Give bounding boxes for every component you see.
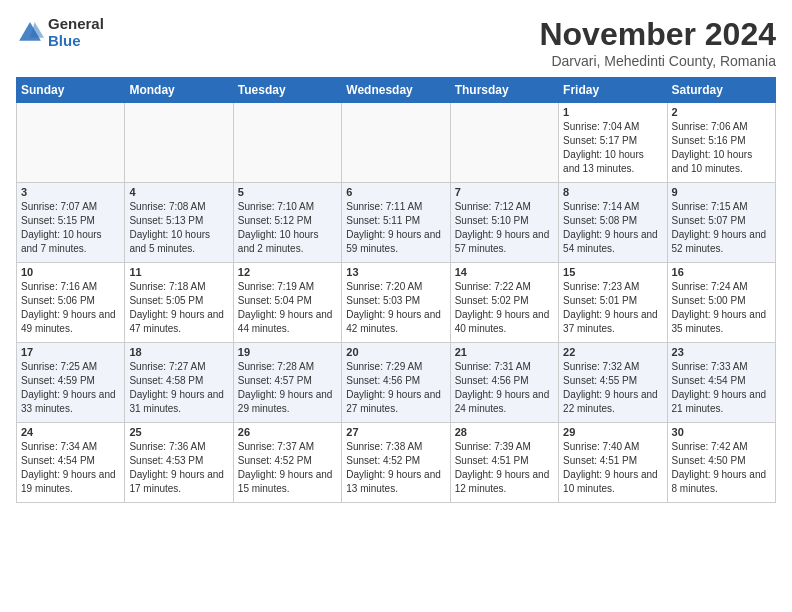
day-number: 1 bbox=[563, 106, 662, 118]
logo-text: General Blue bbox=[48, 16, 104, 49]
logo: General Blue bbox=[16, 16, 104, 49]
calendar-cell: 2Sunrise: 7:06 AMSunset: 5:16 PMDaylight… bbox=[667, 103, 775, 183]
day-number: 22 bbox=[563, 346, 662, 358]
day-number: 16 bbox=[672, 266, 771, 278]
day-number: 8 bbox=[563, 186, 662, 198]
day-number: 18 bbox=[129, 346, 228, 358]
day-number: 21 bbox=[455, 346, 554, 358]
day-info: Sunrise: 7:23 AMSunset: 5:01 PMDaylight:… bbox=[563, 280, 662, 336]
calendar-body: 1Sunrise: 7:04 AMSunset: 5:17 PMDaylight… bbox=[17, 103, 776, 503]
calendar-week-5: 24Sunrise: 7:34 AMSunset: 4:54 PMDayligh… bbox=[17, 423, 776, 503]
calendar-table: Sunday Monday Tuesday Wednesday Thursday… bbox=[16, 77, 776, 503]
day-number: 6 bbox=[346, 186, 445, 198]
calendar-cell: 7Sunrise: 7:12 AMSunset: 5:10 PMDaylight… bbox=[450, 183, 558, 263]
calendar-week-4: 17Sunrise: 7:25 AMSunset: 4:59 PMDayligh… bbox=[17, 343, 776, 423]
day-number: 20 bbox=[346, 346, 445, 358]
calendar-cell: 26Sunrise: 7:37 AMSunset: 4:52 PMDayligh… bbox=[233, 423, 341, 503]
calendar-cell: 5Sunrise: 7:10 AMSunset: 5:12 PMDaylight… bbox=[233, 183, 341, 263]
header-row: Sunday Monday Tuesday Wednesday Thursday… bbox=[17, 78, 776, 103]
calendar-cell: 21Sunrise: 7:31 AMSunset: 4:56 PMDayligh… bbox=[450, 343, 558, 423]
day-number: 13 bbox=[346, 266, 445, 278]
day-number: 23 bbox=[672, 346, 771, 358]
day-number: 15 bbox=[563, 266, 662, 278]
calendar-cell: 13Sunrise: 7:20 AMSunset: 5:03 PMDayligh… bbox=[342, 263, 450, 343]
calendar-cell: 27Sunrise: 7:38 AMSunset: 4:52 PMDayligh… bbox=[342, 423, 450, 503]
calendar-cell: 12Sunrise: 7:19 AMSunset: 5:04 PMDayligh… bbox=[233, 263, 341, 343]
day-info: Sunrise: 7:34 AMSunset: 4:54 PMDaylight:… bbox=[21, 440, 120, 496]
title-block: November 2024 Darvari, Mehedinti County,… bbox=[539, 16, 776, 69]
col-tuesday: Tuesday bbox=[233, 78, 341, 103]
day-info: Sunrise: 7:28 AMSunset: 4:57 PMDaylight:… bbox=[238, 360, 337, 416]
month-title: November 2024 bbox=[539, 16, 776, 53]
calendar-cell: 8Sunrise: 7:14 AMSunset: 5:08 PMDaylight… bbox=[559, 183, 667, 263]
calendar-cell bbox=[17, 103, 125, 183]
day-number: 10 bbox=[21, 266, 120, 278]
day-info: Sunrise: 7:32 AMSunset: 4:55 PMDaylight:… bbox=[563, 360, 662, 416]
calendar-cell: 10Sunrise: 7:16 AMSunset: 5:06 PMDayligh… bbox=[17, 263, 125, 343]
calendar-cell: 19Sunrise: 7:28 AMSunset: 4:57 PMDayligh… bbox=[233, 343, 341, 423]
day-info: Sunrise: 7:16 AMSunset: 5:06 PMDaylight:… bbox=[21, 280, 120, 336]
day-info: Sunrise: 7:12 AMSunset: 5:10 PMDaylight:… bbox=[455, 200, 554, 256]
day-number: 7 bbox=[455, 186, 554, 198]
day-info: Sunrise: 7:22 AMSunset: 5:02 PMDaylight:… bbox=[455, 280, 554, 336]
calendar-cell: 18Sunrise: 7:27 AMSunset: 4:58 PMDayligh… bbox=[125, 343, 233, 423]
day-info: Sunrise: 7:19 AMSunset: 5:04 PMDaylight:… bbox=[238, 280, 337, 336]
day-number: 11 bbox=[129, 266, 228, 278]
day-info: Sunrise: 7:08 AMSunset: 5:13 PMDaylight:… bbox=[129, 200, 228, 256]
calendar-week-3: 10Sunrise: 7:16 AMSunset: 5:06 PMDayligh… bbox=[17, 263, 776, 343]
day-info: Sunrise: 7:31 AMSunset: 4:56 PMDaylight:… bbox=[455, 360, 554, 416]
day-number: 5 bbox=[238, 186, 337, 198]
calendar-cell: 16Sunrise: 7:24 AMSunset: 5:00 PMDayligh… bbox=[667, 263, 775, 343]
calendar-cell: 4Sunrise: 7:08 AMSunset: 5:13 PMDaylight… bbox=[125, 183, 233, 263]
day-info: Sunrise: 7:29 AMSunset: 4:56 PMDaylight:… bbox=[346, 360, 445, 416]
day-info: Sunrise: 7:42 AMSunset: 4:50 PMDaylight:… bbox=[672, 440, 771, 496]
day-number: 12 bbox=[238, 266, 337, 278]
location: Darvari, Mehedinti County, Romania bbox=[539, 53, 776, 69]
day-info: Sunrise: 7:18 AMSunset: 5:05 PMDaylight:… bbox=[129, 280, 228, 336]
day-info: Sunrise: 7:36 AMSunset: 4:53 PMDaylight:… bbox=[129, 440, 228, 496]
calendar-cell: 29Sunrise: 7:40 AMSunset: 4:51 PMDayligh… bbox=[559, 423, 667, 503]
day-info: Sunrise: 7:20 AMSunset: 5:03 PMDaylight:… bbox=[346, 280, 445, 336]
day-number: 3 bbox=[21, 186, 120, 198]
day-info: Sunrise: 7:39 AMSunset: 4:51 PMDaylight:… bbox=[455, 440, 554, 496]
day-number: 27 bbox=[346, 426, 445, 438]
logo-blue: Blue bbox=[48, 33, 104, 50]
day-info: Sunrise: 7:06 AMSunset: 5:16 PMDaylight:… bbox=[672, 120, 771, 176]
calendar-week-2: 3Sunrise: 7:07 AMSunset: 5:15 PMDaylight… bbox=[17, 183, 776, 263]
calendar-cell: 20Sunrise: 7:29 AMSunset: 4:56 PMDayligh… bbox=[342, 343, 450, 423]
day-number: 28 bbox=[455, 426, 554, 438]
day-info: Sunrise: 7:14 AMSunset: 5:08 PMDaylight:… bbox=[563, 200, 662, 256]
calendar-week-1: 1Sunrise: 7:04 AMSunset: 5:17 PMDaylight… bbox=[17, 103, 776, 183]
day-number: 2 bbox=[672, 106, 771, 118]
col-thursday: Thursday bbox=[450, 78, 558, 103]
calendar-cell: 11Sunrise: 7:18 AMSunset: 5:05 PMDayligh… bbox=[125, 263, 233, 343]
day-info: Sunrise: 7:25 AMSunset: 4:59 PMDaylight:… bbox=[21, 360, 120, 416]
calendar-cell bbox=[233, 103, 341, 183]
col-saturday: Saturday bbox=[667, 78, 775, 103]
day-number: 26 bbox=[238, 426, 337, 438]
day-number: 17 bbox=[21, 346, 120, 358]
day-info: Sunrise: 7:10 AMSunset: 5:12 PMDaylight:… bbox=[238, 200, 337, 256]
calendar-cell: 24Sunrise: 7:34 AMSunset: 4:54 PMDayligh… bbox=[17, 423, 125, 503]
day-info: Sunrise: 7:11 AMSunset: 5:11 PMDaylight:… bbox=[346, 200, 445, 256]
day-number: 29 bbox=[563, 426, 662, 438]
calendar-cell: 9Sunrise: 7:15 AMSunset: 5:07 PMDaylight… bbox=[667, 183, 775, 263]
day-number: 19 bbox=[238, 346, 337, 358]
calendar-cell: 3Sunrise: 7:07 AMSunset: 5:15 PMDaylight… bbox=[17, 183, 125, 263]
calendar-cell: 30Sunrise: 7:42 AMSunset: 4:50 PMDayligh… bbox=[667, 423, 775, 503]
calendar-cell: 23Sunrise: 7:33 AMSunset: 4:54 PMDayligh… bbox=[667, 343, 775, 423]
day-info: Sunrise: 7:27 AMSunset: 4:58 PMDaylight:… bbox=[129, 360, 228, 416]
day-info: Sunrise: 7:38 AMSunset: 4:52 PMDaylight:… bbox=[346, 440, 445, 496]
day-info: Sunrise: 7:40 AMSunset: 4:51 PMDaylight:… bbox=[563, 440, 662, 496]
day-info: Sunrise: 7:04 AMSunset: 5:17 PMDaylight:… bbox=[563, 120, 662, 176]
day-number: 24 bbox=[21, 426, 120, 438]
calendar-header: Sunday Monday Tuesday Wednesday Thursday… bbox=[17, 78, 776, 103]
calendar-cell bbox=[125, 103, 233, 183]
page-header: General Blue November 2024 Darvari, Mehe… bbox=[16, 16, 776, 69]
day-info: Sunrise: 7:07 AMSunset: 5:15 PMDaylight:… bbox=[21, 200, 120, 256]
day-number: 14 bbox=[455, 266, 554, 278]
day-info: Sunrise: 7:33 AMSunset: 4:54 PMDaylight:… bbox=[672, 360, 771, 416]
day-number: 4 bbox=[129, 186, 228, 198]
calendar-cell: 1Sunrise: 7:04 AMSunset: 5:17 PMDaylight… bbox=[559, 103, 667, 183]
col-friday: Friday bbox=[559, 78, 667, 103]
